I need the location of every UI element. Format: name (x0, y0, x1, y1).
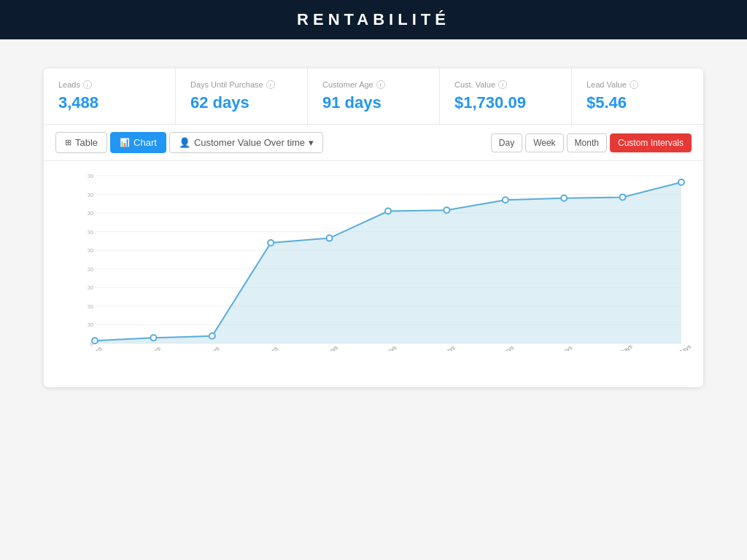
stat-label-4: Lead Value i (587, 80, 689, 89)
svg-text:1,000: 1,000 (88, 247, 94, 254)
svg-point-21 (150, 335, 156, 341)
svg-point-30 (678, 179, 684, 185)
info-icon-3[interactable]: i (498, 80, 507, 89)
custom-intervals-button[interactable]: Custom Intervals (610, 133, 692, 152)
stat-value-0: 3,488 (58, 93, 160, 112)
chart-button[interactable]: 📊 Chart (110, 132, 166, 153)
stat-value-1: 62 days (190, 93, 293, 112)
svg-text:600: 600 (88, 284, 94, 291)
svg-text:1,400: 1,400 (88, 210, 94, 217)
week-button[interactable]: Week (525, 133, 563, 152)
svg-text:365 Days: 365 Days (668, 343, 692, 351)
svg-text:60 Days: 60 Days (494, 344, 515, 351)
svg-point-28 (561, 195, 567, 201)
custom-label: Custom Intervals (618, 138, 684, 148)
svg-point-20 (92, 338, 98, 343)
svg-text:90 Days: 90 Days (552, 344, 573, 351)
dropdown-button[interactable]: 👤 Customer Value Over time ▾ (169, 132, 323, 153)
svg-point-22 (209, 333, 215, 339)
stat-label-3: Cust. Value i (454, 80, 557, 89)
dropdown-label: Customer Value Over time (194, 137, 305, 148)
svg-point-25 (385, 209, 391, 214)
svg-text:30 Days: 30 Days (435, 344, 456, 351)
person-icon: 👤 (179, 137, 190, 148)
table-button[interactable]: ⊞ Table (55, 132, 107, 153)
svg-point-24 (327, 236, 333, 241)
page-body: Leads i 3,488 Days Until Purchase i 62 d… (0, 39, 747, 416)
svg-text:14 Days: 14 Days (318, 344, 339, 351)
stat-item-3: Cust. Value i $1,730.09 (440, 69, 572, 124)
month-button[interactable]: Month (567, 133, 607, 152)
interval-buttons: Day Week Month Custom Intervals (491, 133, 692, 152)
stat-item-1: Days Until Purchase i 62 days (176, 69, 308, 124)
chevron-down-icon: ▾ (309, 137, 314, 148)
svg-text:1,200: 1,200 (88, 229, 94, 236)
page-header: RENTABILITÉ (0, 0, 747, 39)
stats-row: Leads i 3,488 Days Until Purchase i 62 d… (44, 69, 703, 125)
day-button[interactable]: Day (491, 133, 522, 152)
stat-value-4: $5.46 (587, 93, 689, 112)
svg-point-26 (444, 207, 449, 213)
svg-text:400: 400 (88, 303, 94, 310)
stat-item-4: Lead Value i $5.46 (572, 69, 703, 124)
svg-text:800: 800 (88, 266, 94, 273)
chart-container: 02004006008001,0001,2001,4001,6001,8001 … (44, 161, 703, 387)
chart-label: Chart (133, 137, 157, 148)
table-icon: ⊞ (65, 138, 71, 147)
svg-point-27 (503, 197, 508, 203)
svg-text:2 Days: 2 Days (143, 345, 162, 351)
info-icon-4[interactable]: i (630, 80, 638, 89)
day-label: Day (499, 138, 514, 148)
table-label: Table (75, 137, 98, 148)
svg-text:20 Days: 20 Days (376, 344, 398, 351)
svg-text:200: 200 (88, 322, 94, 328)
stat-label-2: Customer Age i (322, 80, 425, 89)
svg-text:1,800: 1,800 (88, 173, 94, 179)
svg-text:7 Days: 7 Days (260, 345, 279, 351)
svg-point-23 (268, 240, 274, 246)
stat-label-1: Days Until Purchase i (190, 80, 293, 89)
chart-svg: 02004006008001,0001,2001,4001,6001,8001 … (88, 168, 696, 351)
info-icon-2[interactable]: i (376, 80, 385, 89)
page-title: RENTABILITÉ (297, 10, 450, 28)
stat-value-2: 91 days (322, 93, 425, 112)
info-icon-1[interactable]: i (266, 80, 275, 89)
stat-label-0: Leads i (58, 80, 160, 89)
svg-point-29 (619, 194, 625, 200)
stat-value-3: $1,730.09 (454, 93, 557, 112)
week-label: Week (533, 138, 555, 148)
svg-text:120 Days: 120 Days (610, 343, 634, 351)
stat-item-2: Customer Age i 91 days (308, 69, 440, 124)
toolbar: ⊞ Table 📊 Chart 👤 Customer Value Over ti… (44, 125, 703, 161)
svg-text:5 Days: 5 Days (202, 345, 221, 351)
main-card: Leads i 3,488 Days Until Purchase i 62 d… (44, 69, 703, 387)
chart-icon: 📊 (120, 138, 130, 147)
month-label: Month (575, 138, 599, 148)
info-icon-0[interactable]: i (83, 80, 92, 89)
svg-text:1,600: 1,600 (88, 192, 94, 198)
stat-item-0: Leads i 3,488 (44, 69, 176, 124)
